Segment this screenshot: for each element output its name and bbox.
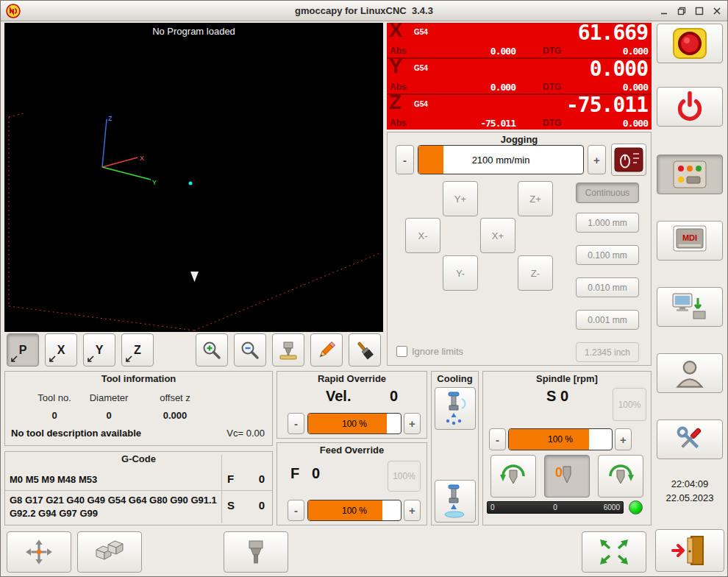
jog-pendant-button[interactable] bbox=[611, 144, 646, 176]
dro-value-z: -75.011 bbox=[566, 93, 648, 117]
feed-minus-button[interactable]: - bbox=[288, 500, 304, 521]
spindle-minus-button[interactable]: - bbox=[489, 428, 506, 450]
ignore-limits-checkbox[interactable] bbox=[396, 346, 407, 357]
increment-continuous-button[interactable]: Continuous bbox=[576, 183, 639, 203]
user-settings-button[interactable] bbox=[657, 353, 723, 393]
rapid-override-slider[interactable]: 100 % bbox=[307, 413, 402, 434]
dro-system-z: G54 bbox=[414, 100, 428, 108]
fullscreen-button[interactable] bbox=[582, 531, 646, 573]
auto-mode-button[interactable] bbox=[657, 287, 723, 327]
gcode-divider-v bbox=[221, 455, 222, 523]
clear-plot-button[interactable] bbox=[349, 333, 381, 367]
increment-1mm-button[interactable]: 1.000 mm bbox=[576, 213, 639, 233]
rapid-override-title: Rapid Override bbox=[277, 373, 427, 384]
feed-plus-button[interactable]: + bbox=[404, 500, 421, 521]
mist-coolant-button[interactable] bbox=[435, 387, 476, 430]
jog-speed-fill bbox=[418, 146, 443, 174]
restore-button[interactable] bbox=[676, 5, 688, 17]
dro-dtg-value: 0.000 bbox=[589, 46, 648, 57]
spindle-stop-button[interactable]: 0 bbox=[544, 455, 590, 498]
jog-z-plus-button[interactable]: Z+ bbox=[518, 181, 553, 216]
minimize-button[interactable] bbox=[658, 5, 670, 17]
flood-coolant-icon bbox=[442, 484, 468, 518]
spindle-ccw-icon bbox=[497, 461, 529, 492]
rapid-plus-button[interactable]: + bbox=[404, 413, 421, 434]
machine-on-button[interactable] bbox=[657, 87, 723, 127]
view-x-button[interactable]: X bbox=[45, 333, 77, 367]
window-title: gmoccapy for LinuxCNC 3.4.3 bbox=[1, 5, 727, 16]
tool-change-button[interactable] bbox=[224, 531, 288, 573]
dro-value-x: 61.669 bbox=[578, 21, 648, 45]
exit-button[interactable] bbox=[655, 529, 724, 572]
flood-coolant-button[interactable] bbox=[435, 480, 476, 523]
zoom-in-button[interactable] bbox=[196, 333, 228, 367]
dro-axis-x[interactable]: X G54 61.669 Abs 0.000 DTG 0.000 bbox=[387, 23, 652, 57]
brush-icon bbox=[354, 340, 375, 361]
jog-z-minus-button[interactable]: Z- bbox=[518, 255, 553, 291]
view-perspective-button[interactable]: P bbox=[7, 333, 39, 367]
zoom-out-button[interactable] bbox=[234, 333, 266, 367]
rapid-minus-button[interactable]: - bbox=[288, 413, 304, 434]
jog-speed-plus-button[interactable]: + bbox=[588, 145, 606, 174]
dro-dtg-label: DTG bbox=[543, 46, 561, 56]
tool-measure-button[interactable] bbox=[7, 531, 71, 573]
increment-0001mm-button[interactable]: 0.001 mm bbox=[576, 310, 639, 330]
axes-arrows-icon bbox=[24, 538, 54, 566]
spindle-panel: Spindle [rpm] S 0 100% - 100 % + 0 bbox=[482, 371, 652, 525]
jog-speed-minus-button[interactable]: - bbox=[396, 145, 414, 174]
dro-dtg-label: DTG bbox=[543, 118, 561, 128]
tool-view-button[interactable] bbox=[272, 333, 304, 367]
feed-override-slider[interactable]: 100 % bbox=[307, 500, 402, 521]
feed-label: F bbox=[290, 465, 299, 482]
axis-label-x: X bbox=[140, 155, 144, 162]
spindle-plus-button[interactable]: + bbox=[615, 428, 632, 450]
mdi-label: MDI bbox=[682, 233, 697, 242]
active-m-codes: M0 M5 M9 M48 M53 bbox=[10, 473, 218, 486]
tool-info-panel: Tool information Tool no. Diameter offse… bbox=[4, 371, 273, 446]
window-controls bbox=[658, 1, 723, 21]
view-z-button[interactable]: Z bbox=[121, 333, 154, 367]
jog-speed-slider[interactable]: 2100 mm/min bbox=[418, 145, 584, 174]
feed-reset-button[interactable]: 100% bbox=[388, 461, 421, 492]
spindle-override-slider[interactable]: 100 % bbox=[508, 428, 613, 450]
close-button[interactable] bbox=[711, 5, 723, 17]
increment-01mm-button[interactable]: 0.100 mm bbox=[576, 245, 639, 265]
speed-code-label: S bbox=[227, 499, 235, 511]
edit-gcode-button[interactable] bbox=[310, 333, 343, 367]
gremlin-preview[interactable]: No Program loaded Z X Y bbox=[4, 23, 383, 332]
dro-axis-z[interactable]: Z G54 -75.011 Abs -75.011 DTG 0.000 bbox=[387, 95, 652, 130]
mdi-mode-button[interactable]: MDI bbox=[657, 221, 723, 261]
spindle-cw-icon bbox=[604, 461, 637, 492]
jog-y-minus-button[interactable]: Y- bbox=[443, 255, 478, 291]
machine-limits-wireframe: Z X Y bbox=[4, 23, 383, 332]
spindle-cw-button[interactable] bbox=[598, 455, 643, 498]
spindle-ccw-button[interactable] bbox=[490, 455, 536, 498]
feed-override-title: Feed Override bbox=[277, 445, 427, 456]
spindle-bar-min: 0 bbox=[490, 503, 495, 511]
spindle-reset-button[interactable]: 100% bbox=[613, 388, 646, 421]
tool-view-icon bbox=[277, 339, 299, 361]
estop-button[interactable] bbox=[657, 24, 723, 63]
increment-001mm-button[interactable]: 0.010 mm bbox=[576, 277, 639, 297]
settings-tools-button[interactable] bbox=[657, 420, 723, 459]
view-y-button[interactable]: Y bbox=[83, 333, 115, 367]
dro-letter-z: Z bbox=[389, 91, 402, 114]
jog-x-plus-button[interactable]: X+ bbox=[480, 218, 515, 253]
zoom-in-icon bbox=[201, 340, 222, 361]
dro-dtg-value: 0.000 bbox=[589, 118, 648, 129]
spindle-stop-icon: 0 bbox=[551, 461, 583, 492]
block-height-button[interactable] bbox=[77, 531, 142, 573]
manual-mode-button[interactable] bbox=[657, 155, 723, 194]
jog-x-minus-button[interactable]: X- bbox=[405, 218, 440, 253]
jog-y-plus-button[interactable]: Y+ bbox=[443, 181, 478, 216]
titlebar: gmoccapy for LinuxCNC 3.4.3 bbox=[1, 1, 727, 21]
user-icon bbox=[674, 357, 706, 389]
fullscreen-arrows-icon bbox=[598, 538, 630, 566]
estop-icon bbox=[669, 27, 710, 60]
app-window: gmoccapy for LinuxCNC 3.4.3 No Program l… bbox=[0, 0, 728, 577]
dro-letter-y: Y bbox=[389, 55, 402, 78]
dro-abs-label: Abs bbox=[390, 46, 407, 56]
dro-axis-y[interactable]: Y G54 0.000 Abs 0.000 DTG 0.000 bbox=[387, 59, 652, 93]
maximize-button[interactable] bbox=[693, 5, 705, 17]
spindle-title: Spindle [rpm] bbox=[483, 373, 651, 384]
